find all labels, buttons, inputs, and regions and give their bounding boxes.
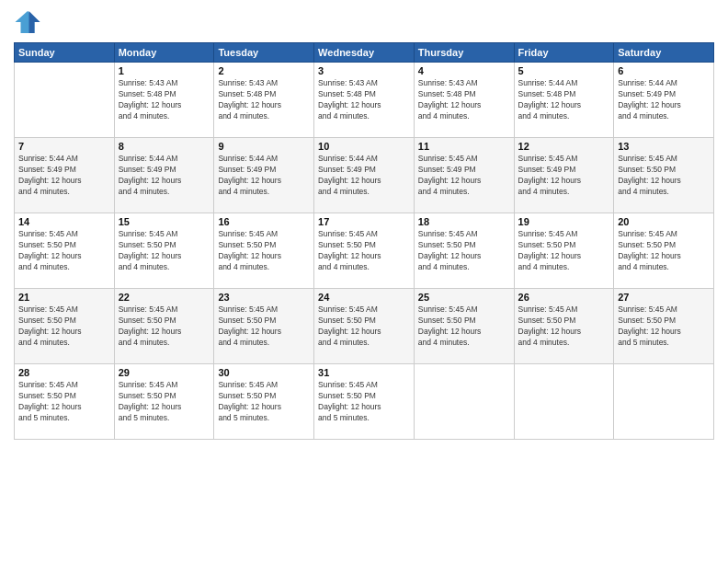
cell-info: Sunrise: 5:45 AM Sunset: 5:50 PM Dayligh…: [18, 229, 110, 273]
day-number: 9: [218, 141, 310, 152]
weekday-header-saturday: Saturday: [614, 43, 714, 63]
calendar-cell: 31Sunrise: 5:45 AM Sunset: 5:50 PM Dayli…: [314, 364, 415, 440]
calendar: SundayMondayTuesdayWednesdayThursdayFrid…: [14, 42, 714, 440]
calendar-cell: 10Sunrise: 5:44 AM Sunset: 5:49 PM Dayli…: [314, 138, 415, 213]
day-number: 10: [318, 141, 410, 152]
calendar-cell: 8Sunrise: 5:44 AM Sunset: 5:49 PM Daylig…: [114, 138, 214, 213]
weekday-header-tuesday: Tuesday: [214, 43, 314, 63]
calendar-cell: 29Sunrise: 5:45 AM Sunset: 5:50 PM Dayli…: [114, 364, 214, 440]
day-number: 16: [218, 216, 310, 227]
cell-info: Sunrise: 5:44 AM Sunset: 5:49 PM Dayligh…: [18, 154, 110, 198]
day-number: 24: [318, 292, 410, 303]
calendar-cell: 21Sunrise: 5:45 AM Sunset: 5:50 PM Dayli…: [15, 289, 115, 364]
day-number: 31: [318, 367, 410, 378]
calendar-cell: [15, 63, 115, 138]
day-number: 19: [518, 216, 610, 227]
cell-info: Sunrise: 5:45 AM Sunset: 5:50 PM Dayligh…: [18, 304, 110, 349]
calendar-cell: 26Sunrise: 5:45 AM Sunset: 5:50 PM Dayli…: [514, 289, 614, 364]
calendar-cell: 30Sunrise: 5:45 AM Sunset: 5:50 PM Dayli…: [214, 364, 314, 440]
weekday-header-thursday: Thursday: [414, 43, 514, 63]
day-number: 22: [119, 292, 210, 303]
cell-info: Sunrise: 5:45 AM Sunset: 5:50 PM Dayligh…: [418, 229, 510, 273]
cell-info: Sunrise: 5:45 AM Sunset: 5:50 PM Dayligh…: [119, 229, 210, 273]
day-number: 17: [318, 216, 410, 227]
cell-info: Sunrise: 5:45 AM Sunset: 5:50 PM Dayligh…: [618, 304, 710, 349]
calendar-cell: 12Sunrise: 5:45 AM Sunset: 5:49 PM Dayli…: [514, 138, 614, 213]
day-number: 6: [618, 65, 710, 76]
cell-info: Sunrise: 5:45 AM Sunset: 5:50 PM Dayligh…: [518, 304, 610, 349]
weekday-header-row: SundayMondayTuesdayWednesdayThursdayFrid…: [15, 43, 714, 63]
day-number: 27: [618, 292, 710, 303]
cell-info: Sunrise: 5:45 AM Sunset: 5:50 PM Dayligh…: [618, 154, 710, 198]
day-number: 2: [218, 65, 310, 76]
calendar-cell: 2Sunrise: 5:43 AM Sunset: 5:48 PM Daylig…: [214, 63, 314, 138]
calendar-cell: 19Sunrise: 5:45 AM Sunset: 5:50 PM Dayli…: [514, 213, 614, 289]
calendar-week-2: 7Sunrise: 5:44 AM Sunset: 5:49 PM Daylig…: [15, 138, 714, 213]
calendar-cell: 9Sunrise: 5:44 AM Sunset: 5:49 PM Daylig…: [214, 138, 314, 213]
day-number: 28: [18, 367, 110, 378]
calendar-cell: 3Sunrise: 5:43 AM Sunset: 5:48 PM Daylig…: [314, 63, 415, 138]
cell-info: Sunrise: 5:45 AM Sunset: 5:50 PM Dayligh…: [318, 380, 410, 424]
day-number: 21: [18, 292, 110, 303]
logo-icon: [14, 9, 41, 35]
calendar-cell: 28Sunrise: 5:45 AM Sunset: 5:50 PM Dayli…: [15, 364, 115, 440]
calendar-cell: 17Sunrise: 5:45 AM Sunset: 5:50 PM Dayli…: [314, 213, 415, 289]
cell-info: Sunrise: 5:45 AM Sunset: 5:50 PM Dayligh…: [218, 229, 310, 273]
calendar-cell: 24Sunrise: 5:45 AM Sunset: 5:50 PM Dayli…: [314, 289, 415, 364]
calendar-cell: [414, 364, 514, 440]
day-number: 3: [318, 65, 410, 76]
day-number: 25: [418, 292, 510, 303]
calendar-cell: 16Sunrise: 5:45 AM Sunset: 5:50 PM Dayli…: [214, 213, 314, 289]
calendar-cell: 14Sunrise: 5:45 AM Sunset: 5:50 PM Dayli…: [15, 213, 115, 289]
calendar-cell: 20Sunrise: 5:45 AM Sunset: 5:50 PM Dayli…: [614, 213, 714, 289]
calendar-cell: 25Sunrise: 5:45 AM Sunset: 5:50 PM Dayli…: [414, 289, 514, 364]
weekday-header-friday: Friday: [514, 43, 614, 63]
calendar-cell: 27Sunrise: 5:45 AM Sunset: 5:50 PM Dayli…: [614, 289, 714, 364]
cell-info: Sunrise: 5:45 AM Sunset: 5:50 PM Dayligh…: [418, 304, 510, 349]
cell-info: Sunrise: 5:45 AM Sunset: 5:50 PM Dayligh…: [218, 304, 310, 349]
calendar-week-3: 14Sunrise: 5:45 AM Sunset: 5:50 PM Dayli…: [15, 213, 714, 289]
day-number: 14: [18, 216, 110, 227]
calendar-week-1: 1Sunrise: 5:43 AM Sunset: 5:48 PM Daylig…: [15, 63, 714, 138]
calendar-cell: 1Sunrise: 5:43 AM Sunset: 5:48 PM Daylig…: [114, 63, 214, 138]
day-number: 29: [119, 367, 210, 378]
day-number: 18: [418, 216, 510, 227]
cell-info: Sunrise: 5:45 AM Sunset: 5:49 PM Dayligh…: [518, 154, 610, 198]
calendar-cell: 7Sunrise: 5:44 AM Sunset: 5:49 PM Daylig…: [15, 138, 115, 213]
day-number: 12: [518, 141, 610, 152]
day-number: 30: [218, 367, 310, 378]
day-number: 7: [18, 141, 110, 152]
day-number: 5: [518, 65, 610, 76]
cell-info: Sunrise: 5:43 AM Sunset: 5:48 PM Dayligh…: [218, 78, 310, 122]
cell-info: Sunrise: 5:43 AM Sunset: 5:48 PM Dayligh…: [318, 78, 410, 122]
calendar-cell: 5Sunrise: 5:44 AM Sunset: 5:48 PM Daylig…: [514, 63, 614, 138]
calendar-cell: 6Sunrise: 5:44 AM Sunset: 5:49 PM Daylig…: [614, 63, 714, 138]
cell-info: Sunrise: 5:43 AM Sunset: 5:48 PM Dayligh…: [418, 78, 510, 122]
day-number: 23: [218, 292, 310, 303]
cell-info: Sunrise: 5:44 AM Sunset: 5:49 PM Dayligh…: [318, 154, 410, 198]
cell-info: Sunrise: 5:44 AM Sunset: 5:49 PM Dayligh…: [218, 154, 310, 198]
calendar-cell: 23Sunrise: 5:45 AM Sunset: 5:50 PM Dayli…: [214, 289, 314, 364]
calendar-cell: 11Sunrise: 5:45 AM Sunset: 5:49 PM Dayli…: [414, 138, 514, 213]
day-number: 26: [518, 292, 610, 303]
day-number: 4: [418, 65, 510, 76]
cell-info: Sunrise: 5:45 AM Sunset: 5:50 PM Dayligh…: [119, 304, 210, 349]
logo: [14, 9, 45, 35]
day-number: 13: [618, 141, 710, 152]
cell-info: Sunrise: 5:45 AM Sunset: 5:50 PM Dayligh…: [618, 229, 710, 273]
page: SundayMondayTuesdayWednesdayThursdayFrid…: [0, 0, 728, 563]
cell-info: Sunrise: 5:45 AM Sunset: 5:50 PM Dayligh…: [18, 380, 110, 424]
calendar-cell: 13Sunrise: 5:45 AM Sunset: 5:50 PM Dayli…: [614, 138, 714, 213]
cell-info: Sunrise: 5:44 AM Sunset: 5:48 PM Dayligh…: [518, 78, 610, 122]
cell-info: Sunrise: 5:45 AM Sunset: 5:50 PM Dayligh…: [318, 229, 410, 273]
calendar-cell: 22Sunrise: 5:45 AM Sunset: 5:50 PM Dayli…: [114, 289, 214, 364]
cell-info: Sunrise: 5:44 AM Sunset: 5:49 PM Dayligh…: [618, 78, 710, 122]
weekday-header-sunday: Sunday: [15, 43, 115, 63]
calendar-cell: 18Sunrise: 5:45 AM Sunset: 5:50 PM Dayli…: [414, 213, 514, 289]
cell-info: Sunrise: 5:45 AM Sunset: 5:49 PM Dayligh…: [418, 154, 510, 198]
calendar-week-4: 21Sunrise: 5:45 AM Sunset: 5:50 PM Dayli…: [15, 289, 714, 364]
cell-info: Sunrise: 5:45 AM Sunset: 5:50 PM Dayligh…: [518, 229, 610, 273]
calendar-week-5: 28Sunrise: 5:45 AM Sunset: 5:50 PM Dayli…: [15, 364, 714, 440]
day-number: 11: [418, 141, 510, 152]
cell-info: Sunrise: 5:45 AM Sunset: 5:50 PM Dayligh…: [218, 380, 310, 424]
